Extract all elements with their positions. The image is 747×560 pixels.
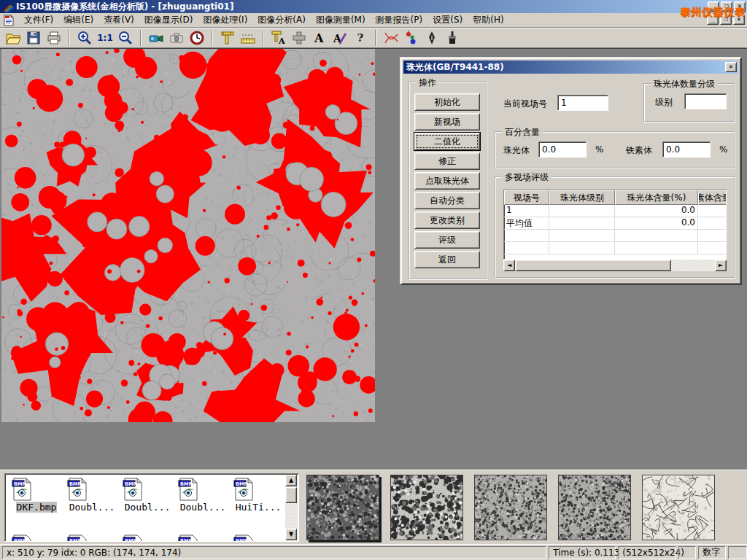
change-class-button[interactable]: 更改类别 bbox=[414, 211, 480, 229]
brush-icon[interactable] bbox=[444, 29, 461, 47]
table-row-empty bbox=[504, 230, 726, 242]
menu-image-analysis[interactable]: 图像分析(A) bbox=[252, 12, 311, 28]
ferrite-percent-input[interactable] bbox=[662, 141, 711, 158]
table-horizontal-scrollbar[interactable]: ◄ ► bbox=[503, 260, 727, 271]
cell-ferrite bbox=[698, 217, 727, 229]
pearlite-percent-input[interactable] bbox=[538, 141, 587, 158]
measure-text-icon[interactable]: A bbox=[270, 29, 287, 47]
svg-text:A: A bbox=[314, 31, 324, 45]
text-icon[interactable]: A bbox=[311, 29, 328, 47]
file-name[interactable]: Doubl... bbox=[69, 502, 116, 513]
file-item[interactable]: BMP bbox=[231, 534, 285, 542]
file-item[interactable]: BMP DKF.bmp bbox=[9, 477, 63, 513]
file-browser[interactable]: BMP DKF.bmp BMP Doubl... BMP Doubl... BM… bbox=[4, 473, 299, 542]
file-item[interactable]: BMP bbox=[120, 534, 174, 542]
title-bar: IS100显微摄像系统(金相分析版) - [zhuguangti01] _ ❐ … bbox=[0, 0, 747, 13]
grid-icon[interactable] bbox=[290, 29, 308, 47]
file-name[interactable]: Doubl... bbox=[179, 502, 227, 513]
menu-file[interactable]: 文件(F) bbox=[19, 12, 58, 28]
scroll-down-icon[interactable]: ▼ bbox=[285, 529, 297, 540]
return-button[interactable]: 返回 bbox=[414, 251, 480, 268]
menu-help[interactable]: 帮助(H) bbox=[468, 12, 508, 28]
capture-icon[interactable] bbox=[168, 29, 185, 47]
ruler-icon[interactable] bbox=[239, 29, 257, 47]
clock-icon[interactable] bbox=[188, 29, 206, 47]
file-item[interactable]: BMP Doubl... bbox=[176, 477, 230, 513]
zoom-in-icon[interactable] bbox=[76, 29, 93, 47]
scrollbar-track[interactable] bbox=[515, 260, 715, 271]
file-vertical-scrollbar[interactable]: ▲ ▼ bbox=[285, 475, 298, 540]
rate-button[interactable]: 评级 bbox=[414, 231, 480, 249]
menu-image-measure[interactable]: 图像测量(M) bbox=[311, 12, 371, 28]
toolbar-separator bbox=[140, 30, 142, 46]
video-camera-icon[interactable] bbox=[147, 29, 165, 47]
actual-size-icon[interactable]: 1:1 bbox=[96, 29, 114, 47]
file-name[interactable]: HuiTi... bbox=[235, 502, 282, 513]
menu-image-display[interactable]: 图像显示(D) bbox=[139, 12, 198, 28]
ferrite-label: 铁素体 bbox=[626, 144, 652, 157]
pick-pearlite-button[interactable]: 点取珠光体 bbox=[414, 172, 480, 190]
file-item[interactable]: BMP bbox=[176, 534, 230, 542]
file-name[interactable]: Doubl... bbox=[124, 502, 171, 513]
thumbnail-4[interactable] bbox=[558, 475, 631, 540]
correct-button[interactable]: 修正 bbox=[414, 152, 480, 170]
file-item[interactable]: BMP Doubl... bbox=[65, 477, 119, 513]
auto-classify-button[interactable]: 自动分类 bbox=[414, 192, 480, 209]
caliper-icon[interactable] bbox=[219, 29, 236, 47]
svg-text:BMP: BMP bbox=[14, 538, 26, 542]
column-header-field[interactable]: 视场号 bbox=[504, 190, 549, 205]
help-icon[interactable]: ? bbox=[352, 29, 369, 47]
zoom-out-icon[interactable] bbox=[117, 29, 134, 47]
menu-view[interactable]: 查看(V) bbox=[98, 12, 139, 28]
table-row[interactable]: 1 0.0 bbox=[504, 205, 726, 217]
curve-tool-icon[interactable] bbox=[382, 29, 400, 47]
dialog-title-text: 珠光体(GB/T9441-88) bbox=[406, 61, 504, 74]
multi-field-table[interactable]: 视场号 珠光体级别 珠光体含量(%) 铁素体含量(%) 1 0.0 平均值 0.… bbox=[503, 190, 727, 260]
new-field-button[interactable]: 新视场 bbox=[414, 113, 480, 131]
scroll-up-icon[interactable]: ▲ bbox=[285, 475, 297, 486]
scroll-right-icon[interactable]: ► bbox=[715, 260, 727, 271]
menu-edit[interactable]: 编辑(E) bbox=[58, 12, 98, 28]
open-icon[interactable] bbox=[4, 29, 22, 47]
file-name[interactable]: DKF.bmp bbox=[16, 502, 58, 513]
thumbnail-2[interactable] bbox=[390, 475, 463, 540]
annotate-icon[interactable]: A bbox=[331, 29, 349, 47]
column-header-ferrite[interactable]: 铁素体含量(%) bbox=[698, 190, 727, 205]
thumbnail-5[interactable] bbox=[642, 475, 715, 540]
file-item[interactable]: BMP HuiTi... bbox=[231, 477, 285, 513]
column-header-content[interactable]: 珠光体含量(%) bbox=[615, 190, 698, 205]
pearlite-label: 珠光体 bbox=[503, 144, 530, 157]
scrollbar-thumb[interactable] bbox=[515, 260, 671, 271]
menu-settings[interactable]: 设置(S) bbox=[427, 12, 468, 28]
column-header-grade[interactable]: 珠光体级别 bbox=[549, 190, 615, 205]
cell-field: 平均值 bbox=[504, 217, 549, 229]
bmp-file-icon: BMP bbox=[120, 477, 145, 502]
table-row-empty bbox=[504, 242, 726, 254]
pearlite-unit: % bbox=[595, 144, 603, 155]
current-field-input[interactable] bbox=[557, 95, 608, 111]
micrograph-image[interactable] bbox=[1, 49, 375, 422]
empty-status bbox=[678, 546, 696, 559]
print-icon[interactable] bbox=[45, 29, 63, 47]
file-item[interactable]: BMP Doubl... bbox=[120, 477, 174, 513]
menu-image-process[interactable]: 图像处理(I) bbox=[198, 12, 252, 28]
menu-measure-report[interactable]: 测量报告(P) bbox=[371, 12, 428, 28]
level-input[interactable] bbox=[684, 93, 727, 109]
pen-icon[interactable] bbox=[423, 29, 441, 47]
toolbar-separator bbox=[69, 30, 70, 46]
file-item[interactable]: BMP bbox=[9, 534, 63, 542]
table-row[interactable]: 平均值 0.0 bbox=[504, 217, 726, 230]
save-icon[interactable] bbox=[25, 29, 42, 47]
binarize-button[interactable]: 二值化 bbox=[414, 133, 480, 150]
scroll-left-icon[interactable]: ◄ bbox=[503, 260, 515, 271]
thumbnail-3[interactable] bbox=[474, 475, 547, 540]
document-icon[interactable] bbox=[3, 15, 15, 26]
initialize-button[interactable]: 初始化 bbox=[414, 93, 480, 111]
phase-balls-icon[interactable] bbox=[403, 29, 420, 47]
dialog-close-icon[interactable]: ✕ bbox=[725, 62, 737, 72]
dialog-title-bar[interactable]: 珠光体(GB/T9441-88) ✕ bbox=[403, 61, 738, 74]
thumbnail-1[interactable] bbox=[306, 475, 379, 540]
grading-group: 珠光体数量分级 级别 bbox=[643, 83, 735, 122]
file-item[interactable]: BMP bbox=[65, 534, 119, 542]
scrollbar-thumb[interactable] bbox=[285, 487, 297, 503]
